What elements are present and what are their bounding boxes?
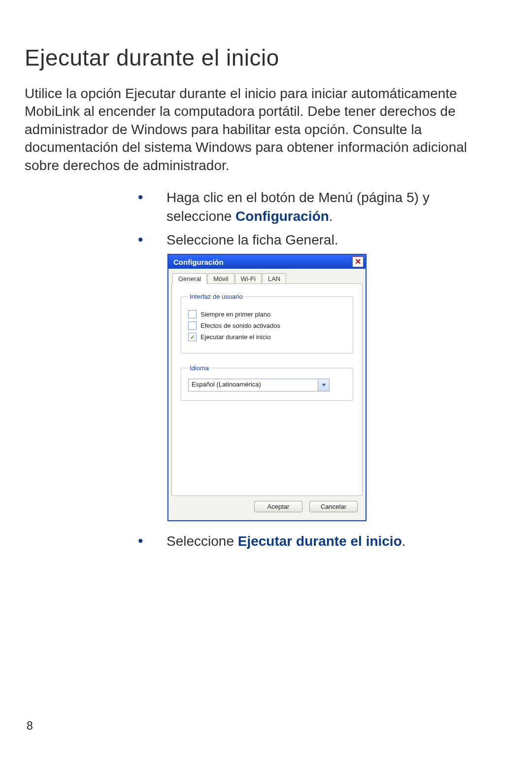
step-3: Seleccione Ejecutar durante el inicio. — [138, 532, 453, 551]
chevron-down-icon[interactable] — [318, 379, 329, 391]
step-1: Haga clic en el botón de Menú (página 5)… — [138, 188, 453, 226]
tab-general[interactable]: General — [172, 273, 207, 284]
checkbox-icon[interactable]: ✓ — [188, 333, 197, 341]
tab-movil[interactable]: Móvil — [207, 273, 234, 283]
group-language: Idioma Español (Latinoamérica) — [181, 364, 353, 401]
dialog-titlebar[interactable]: Configuración ✕ — [168, 255, 366, 269]
checkbox-icon[interactable] — [188, 310, 197, 319]
config-dialog: Configuración ✕ General Móvil Wi-Fi LAN … — [167, 254, 366, 521]
group-ui: Interfaz de usuario Siempre en primer pl… — [181, 293, 353, 354]
step-bold: Configuración — [235, 209, 329, 224]
steps-list: Haga clic en el botón de Menú (página 5)… — [138, 188, 453, 249]
check-run-on-startup[interactable]: ✓ Ejecutar durante el inicio — [188, 333, 346, 341]
language-value: Español (Latinoamérica) — [189, 379, 318, 391]
group-language-legend: Idioma — [188, 364, 210, 372]
checkbox-icon[interactable] — [188, 321, 197, 330]
check-label: Siempre en primer plano — [200, 311, 270, 318]
check-always-on-top[interactable]: Siempre en primer plano — [188, 310, 346, 319]
step-text: Seleccione la ficha General. — [166, 232, 338, 248]
page-title: Ejecutar durante el inicio — [25, 44, 502, 71]
dialog-actions: Aceptar Cancelar — [171, 496, 363, 517]
dialog-screenshot: Configuración ✕ General Móvil Wi-Fi LAN … — [167, 254, 502, 521]
check-sound-effects[interactable]: Efectos de sonido activados — [188, 321, 346, 330]
tab-lan[interactable]: LAN — [262, 273, 286, 283]
step-2: Seleccione la ficha General. — [138, 231, 453, 249]
tab-wifi[interactable]: Wi-Fi — [235, 273, 262, 283]
tabstrip: General Móvil Wi-Fi LAN — [171, 273, 363, 283]
document-page: Ejecutar durante el inicio Utilice la op… — [0, 0, 532, 779]
step-text: . — [402, 533, 406, 549]
cancel-button[interactable]: Cancelar — [309, 501, 358, 512]
dialog-title-text: Configuración — [173, 258, 224, 266]
check-label: Ejecutar durante el inicio — [200, 333, 270, 341]
close-icon[interactable]: ✕ — [352, 256, 364, 267]
tab-panel-general: Interfaz de usuario Siempre en primer pl… — [171, 283, 363, 496]
step-text: . — [329, 209, 333, 224]
check-label: Efectos de sonido activados — [200, 322, 280, 329]
steps-list-after: Seleccione Ejecutar durante el inicio. — [138, 532, 453, 551]
ok-button[interactable]: Aceptar — [254, 501, 302, 512]
step-bold: Ejecutar durante el inicio — [238, 533, 402, 549]
page-number: 8 — [27, 719, 33, 733]
step-text: Seleccione — [166, 533, 238, 549]
intro-paragraph: Utilice la opción Ejecutar durante el in… — [25, 85, 488, 175]
dialog-body: General Móvil Wi-Fi LAN Interfaz de usua… — [168, 269, 366, 520]
language-select[interactable]: Español (Latinoamérica) — [188, 379, 330, 391]
group-ui-legend: Interfaz de usuario — [188, 293, 244, 300]
